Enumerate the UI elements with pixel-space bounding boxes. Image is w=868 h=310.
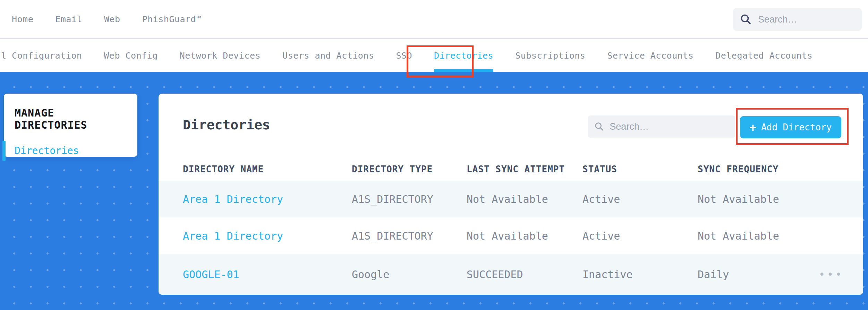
search-icon — [594, 121, 604, 132]
column-header-directory-name: DIRECTORY NAME — [183, 164, 352, 174]
column-header-sync-frequency: SYNC FREQUENCY — [698, 164, 819, 174]
global-search-box[interactable] — [733, 8, 862, 31]
status-cell: Active — [582, 230, 698, 242]
directory-name-link[interactable]: GOOGLE-01 — [183, 268, 352, 281]
tab-subscriptions[interactable]: Subscriptions — [515, 39, 585, 72]
last-sync-cell: SUCCEEDED — [467, 268, 582, 281]
tab-directories[interactable]: Directories — [434, 39, 493, 72]
nav-item-email[interactable]: Email — [55, 14, 82, 24]
column-header-status: STATUS — [582, 164, 698, 174]
sidebar-item-directories[interactable]: Directories — [15, 145, 127, 156]
tab-users-and-actions[interactable]: Users and Actions — [282, 39, 374, 72]
table-row: Area 1 Directory A1S_DIRECTORY Not Avail… — [159, 181, 863, 217]
directory-type-cell: A1S_DIRECTORY — [352, 230, 467, 242]
tab-web-config[interactable]: Web Config — [104, 39, 158, 72]
manage-directories-card: MANAGE DIRECTORIES Directories — [4, 94, 137, 157]
status-cell: Inactive — [582, 268, 698, 281]
tab-sso[interactable]: SSO — [396, 39, 412, 72]
add-directory-button[interactable]: + Add Directory — [740, 116, 841, 138]
status-cell: Active — [582, 193, 698, 205]
tab-directories-label: Directories — [434, 51, 493, 61]
tab-email-configuration[interactable]: l Configuration — [1, 39, 82, 72]
sync-frequency-cell: Daily — [698, 268, 819, 281]
search-icon — [740, 14, 752, 25]
top-bar: Home Email Web PhishGuard™ — [0, 0, 868, 39]
nav-item-phishguard[interactable]: PhishGuard™ — [142, 14, 202, 24]
directory-name-link[interactable]: Area 1 Directory — [183, 230, 352, 242]
sidebar-heading: MANAGE DIRECTORIES — [15, 107, 127, 131]
tab-service-accounts[interactable]: Service Accounts — [607, 39, 693, 72]
directory-type-cell: A1S_DIRECTORY — [352, 193, 467, 205]
content-area: MANAGE DIRECTORIES Directories Directori… — [0, 72, 868, 310]
tab-network-devices[interactable]: Network Devices — [180, 39, 261, 72]
last-sync-cell: Not Available — [467, 230, 582, 242]
directories-search-input[interactable] — [610, 121, 729, 132]
settings-tabs-bar: l Configuration Web Config Network Devic… — [0, 39, 868, 72]
directory-name-link[interactable]: Area 1 Directory — [183, 193, 352, 205]
active-tab-underline — [434, 69, 493, 72]
sync-frequency-cell: Not Available — [698, 230, 819, 242]
table-header-row: DIRECTORY NAME DIRECTORY TYPE LAST SYNC … — [159, 158, 863, 181]
nav-item-web[interactable]: Web — [104, 14, 120, 24]
row-overflow-menu-icon[interactable]: ••• — [819, 269, 863, 280]
last-sync-cell: Not Available — [467, 193, 582, 205]
column-header-directory-type: DIRECTORY TYPE — [352, 164, 467, 174]
sidebar-item-label: Directories — [15, 145, 79, 156]
add-directory-label: Add Directory — [761, 122, 832, 132]
tab-delegated-accounts[interactable]: Delegated Accounts — [715, 39, 812, 72]
nav-item-home[interactable]: Home — [12, 14, 33, 24]
directories-search-box[interactable] — [588, 115, 735, 138]
directory-type-cell: Google — [352, 268, 467, 281]
screen: Home Email Web PhishGuard™ l Configurati… — [0, 0, 868, 310]
plus-icon: + — [750, 122, 756, 133]
sync-frequency-cell: Not Available — [698, 193, 819, 205]
table-row: GOOGLE-01 Google SUCCEEDED Inactive Dail… — [159, 254, 863, 295]
table-row: Area 1 Directory A1S_DIRECTORY Not Avail… — [159, 217, 863, 254]
directories-table: DIRECTORY NAME DIRECTORY TYPE LAST SYNC … — [159, 158, 863, 295]
page-title: Directories — [183, 117, 270, 132]
column-header-last-sync-attempt: LAST SYNC ATTEMPT — [467, 164, 582, 174]
active-item-indicator — [2, 141, 6, 161]
directories-panel: Directories + Add Directory DIRECTORY NA… — [159, 94, 863, 295]
global-search-input[interactable] — [758, 14, 855, 25]
